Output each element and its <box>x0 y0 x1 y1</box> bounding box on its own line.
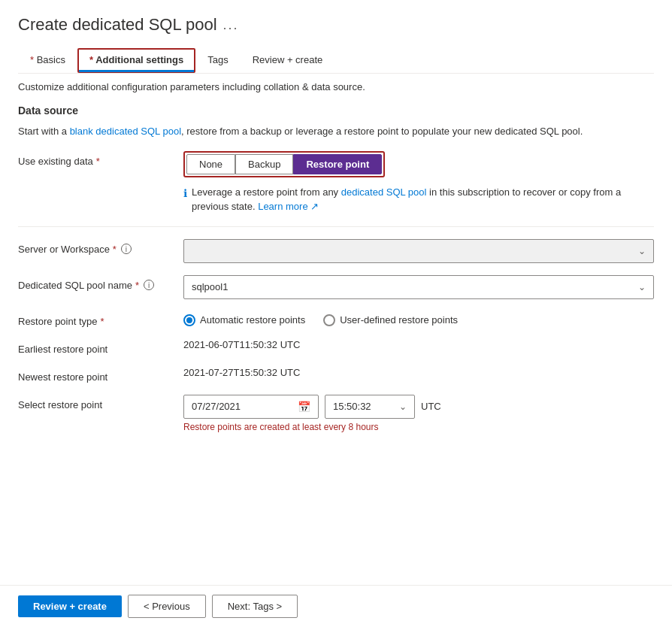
date-time-row: 07/27/2021 📅 15:50:32 ⌄ UTC <box>183 395 654 419</box>
select-restore-row: Select restore point 07/27/2021 📅 15:50:… <box>18 395 654 432</box>
radio-user-defined-circle <box>323 314 335 326</box>
option-none[interactable]: None <box>186 154 235 174</box>
tabs-container: * Basics * Additional settings Tags Revi… <box>18 48 654 74</box>
restore-option-group-wrapper: None Backup Restore point <box>183 151 385 177</box>
pool-name-dropdown-control: sqlpool1 ⌄ <box>183 275 654 299</box>
next-button[interactable]: Next: Tags > <box>212 595 298 618</box>
pool-name-dropdown[interactable]: sqlpool1 ⌄ <box>183 275 654 299</box>
footer: Review + create < Previous Next: Tags > <box>0 585 672 627</box>
option-restore-point[interactable]: Restore point <box>293 154 382 174</box>
calendar-icon: 📅 <box>298 401 310 413</box>
newest-restore-value-container: 2021-07-27T15:50:32 UTC <box>183 367 654 378</box>
restore-type-radio-group: Automatic restore points User-defined re… <box>183 311 654 326</box>
time-chevron-icon: ⌄ <box>399 401 407 412</box>
previous-button[interactable]: < Previous <box>128 595 206 618</box>
earliest-restore-value: 2021-06-07T11:50:32 UTC <box>183 335 300 350</box>
earliest-restore-row: Earliest restore point 2021-06-07T11:50:… <box>18 339 654 355</box>
time-picker[interactable]: 15:50:32 ⌄ <box>325 395 415 419</box>
tab-additional-settings[interactable]: * Additional settings <box>77 48 195 73</box>
tab-review-create[interactable]: Review + create <box>241 48 335 73</box>
tab-basics[interactable]: * Basics <box>18 48 77 73</box>
page-title-container: Create dedicated SQL pool ... <box>18 15 654 35</box>
page-subtitle: Customize additional configuration param… <box>18 81 654 92</box>
newest-restore-value: 2021-07-27T15:50:32 UTC <box>183 362 300 378</box>
use-existing-row: Use existing data * None Backup Restore … <box>18 151 654 214</box>
page-title-ellipsis: ... <box>223 17 239 33</box>
restore-type-control: Automatic restore points User-defined re… <box>183 311 654 326</box>
review-create-button[interactable]: Review + create <box>18 595 122 617</box>
timezone-label: UTC <box>421 401 441 412</box>
pool-name-info-icon[interactable]: i <box>144 280 154 290</box>
select-restore-label: Select restore point <box>18 395 183 410</box>
option-backup[interactable]: Backup <box>235 154 293 174</box>
restore-type-row: Restore point type * Automatic restore p… <box>18 311 654 327</box>
server-dropdown-control: ⌄ <box>183 239 654 263</box>
datasource-description: Start with a blank dedicated SQL pool, r… <box>18 124 654 139</box>
date-picker[interactable]: 07/27/2021 📅 <box>183 395 319 419</box>
restore-type-label: Restore point type * <box>18 311 183 327</box>
server-label: Server or Workspace * i <box>18 239 183 255</box>
newest-restore-row: Newest restore point 2021-07-27T15:50:32… <box>18 367 654 383</box>
page-title: Create dedicated SQL pool <box>18 15 217 35</box>
radio-automatic-circle <box>183 314 195 326</box>
date-value: 07/27/2021 <box>192 401 241 412</box>
earliest-restore-value-container: 2021-06-07T11:50:32 UTC <box>183 339 654 350</box>
pool-name-chevron-icon: ⌄ <box>638 282 646 292</box>
radio-user-defined[interactable]: User-defined restore points <box>323 314 458 326</box>
learn-more-link[interactable]: Learn more ↗ <box>258 201 319 212</box>
restore-info-box: ℹ Leverage a restore point from any dedi… <box>183 185 654 214</box>
divider-1 <box>18 226 654 227</box>
server-dropdown[interactable]: ⌄ <box>183 239 654 263</box>
earliest-restore-label: Earliest restore point <box>18 339 183 355</box>
server-chevron-icon: ⌄ <box>638 246 646 256</box>
blank-pool-link[interactable]: blank dedicated SQL pool <box>70 126 181 137</box>
tab-tags[interactable]: Tags <box>195 48 240 73</box>
use-existing-control: None Backup Restore point ℹ Leverage a r… <box>183 151 654 214</box>
use-existing-label: Use existing data * <box>18 151 183 167</box>
section-datasource-title: Data source <box>18 104 654 117</box>
server-info-icon[interactable]: i <box>121 244 132 254</box>
newest-restore-label: Newest restore point <box>18 367 183 383</box>
pool-name-label: Dedicated SQL pool name * i <box>18 275 183 291</box>
restore-note: Restore points are created at least ever… <box>183 422 654 432</box>
radio-automatic[interactable]: Automatic restore points <box>183 314 305 326</box>
server-row: Server or Workspace * i ⌄ <box>18 239 654 263</box>
dedicated-pool-link[interactable]: dedicated SQL pool <box>341 186 427 198</box>
time-value: 15:50:32 <box>333 401 371 412</box>
info-icon: ℹ <box>183 186 187 201</box>
pool-name-row: Dedicated SQL pool name * i sqlpool1 ⌄ <box>18 275 654 299</box>
select-restore-control: 07/27/2021 📅 15:50:32 ⌄ UTC Restore poin… <box>183 395 654 432</box>
